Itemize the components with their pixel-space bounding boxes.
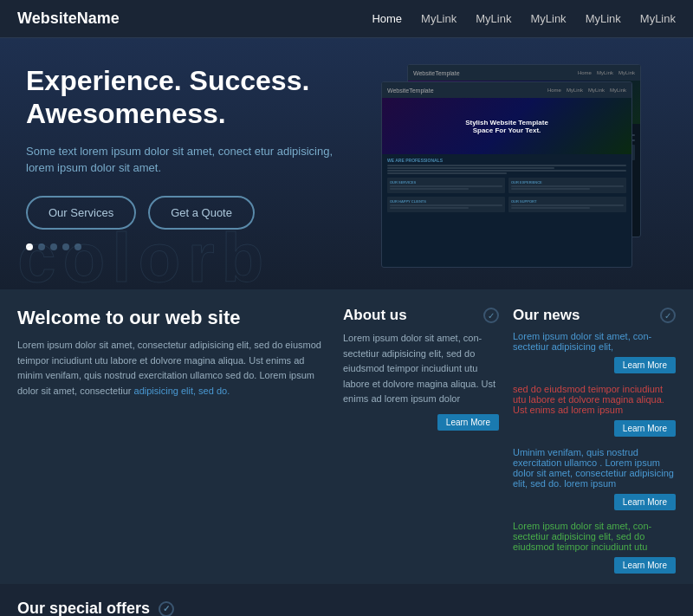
nav-link5[interactable]: MyLink [640, 12, 676, 25]
mock-hero-line1: Stylish Website Template [465, 119, 548, 126]
dot-1[interactable] [26, 243, 33, 250]
news-item-4-title: Lorem ipsum dolor sit amet, con-sectetiu… [513, 521, 676, 552]
hero-title: Experience. Success. Awesomeness. [26, 64, 338, 131]
welcome-link[interactable]: adipisicing elit, sed do. [134, 386, 230, 396]
about-title: About us [343, 307, 407, 324]
news-item-3: Uminim venifam, quis nostrud exercitatio… [513, 447, 676, 510]
hero-buttons: Our Services Get a Quote [26, 196, 338, 230]
services-button[interactable]: Our Services [26, 196, 136, 230]
nav-link4[interactable]: MyLink [586, 12, 621, 25]
news-learn-more-2[interactable]: Learn More [614, 420, 676, 437]
news-title: Our news [513, 307, 580, 324]
news-learn-more-3[interactable]: Learn More [614, 494, 676, 510]
nav-link3[interactable]: MyLink [530, 12, 566, 25]
about-body: Lorem ipsum dolor sit amet, con-sectetiu… [343, 331, 499, 407]
welcome-section: Welcome to our web site Lorem ipsum dolo… [17, 307, 329, 584]
dot-3[interactable] [50, 243, 57, 250]
news-item-1: Lorem ipsum dolor sit amet, con-sectetiu… [513, 331, 676, 373]
hero-section: Experience. Success. Awesomeness. Some t… [0, 38, 693, 289]
news-learn-more-1[interactable]: Learn More [614, 357, 676, 373]
logo: WebsiteName [17, 10, 120, 28]
hero-right: WebsiteTemplate Home MyLink MyLink Styli… [381, 64, 667, 272]
mock-hero-line2: Space For Your Text. [473, 126, 541, 134]
dot-4[interactable] [62, 243, 69, 250]
nav-link2[interactable]: MyLink [476, 12, 511, 25]
nav-home[interactable]: Home [372, 12, 402, 25]
about-learn-more-button[interactable]: Learn More [437, 414, 499, 431]
nav-link1[interactable]: MyLink [421, 12, 457, 25]
mock-front-title: WebsiteTemplate [387, 88, 434, 94]
hero-subtitle: Some text lorem ipsum dolor sit amet, co… [26, 143, 338, 177]
news-header: Our news ✓ [513, 307, 676, 324]
about-chevron-icon[interactable]: ✓ [483, 308, 499, 323]
news-item-1-title: Lorem ipsum dolor sit amet, con-sectetiu… [513, 331, 676, 352]
news-chevron-icon[interactable]: ✓ [660, 308, 676, 323]
mock-browser-front: WebsiteTemplate Home MyLink MyLink MyLin… [381, 81, 632, 268]
about-section: About us ✓ Lorem ipsum dolor sit amet, c… [343, 307, 499, 584]
offers-chevron-icon[interactable]: ✓ [159, 601, 174, 617]
offers-title: Our special offers [17, 600, 150, 616]
dot-5[interactable] [74, 243, 81, 250]
dot-2[interactable] [38, 243, 45, 250]
mock-back-title: WebsiteTemplate [413, 70, 460, 76]
news-learn-more-4[interactable]: Learn More [614, 557, 676, 574]
welcome-body: Lorem ipsum dolor sit amet, consectetur … [17, 338, 329, 399]
news-item-3-title: Uminim venifam, quis nostrud exercitatio… [513, 447, 676, 489]
hero-left: Experience. Success. Awesomeness. Some t… [26, 64, 338, 250]
main-content: Welcome to our web site Lorem ipsum dolo… [0, 289, 693, 584]
special-offers-section: Our special offers ✓ Lorem ipsum dolor s… [0, 584, 693, 616]
news-item-2: sed do eiudsmod teimpor inciudiunt utu l… [513, 384, 676, 437]
hero-dots [26, 243, 338, 250]
news-section: Our news ✓ Lorem ipsum dolor sit amet, c… [513, 307, 676, 584]
header: WebsiteName Home MyLink MyLink MyLink My… [0, 0, 693, 38]
offers-title-row: Our special offers ✓ [17, 600, 676, 616]
news-item-2-title: sed do eiudsmod teimpor inciudiunt utu l… [513, 384, 676, 415]
quote-button[interactable]: Get a Quote [148, 196, 255, 230]
about-header: About us ✓ [343, 307, 499, 324]
welcome-title: Welcome to our web site [17, 307, 329, 329]
mock-section: WE ARE PROFESSIONALS [387, 158, 626, 163]
news-item-4: Lorem ipsum dolor sit amet, con-sectetiu… [513, 521, 676, 574]
header-nav: Home MyLink MyLink MyLink MyLink MyLink [372, 12, 676, 25]
